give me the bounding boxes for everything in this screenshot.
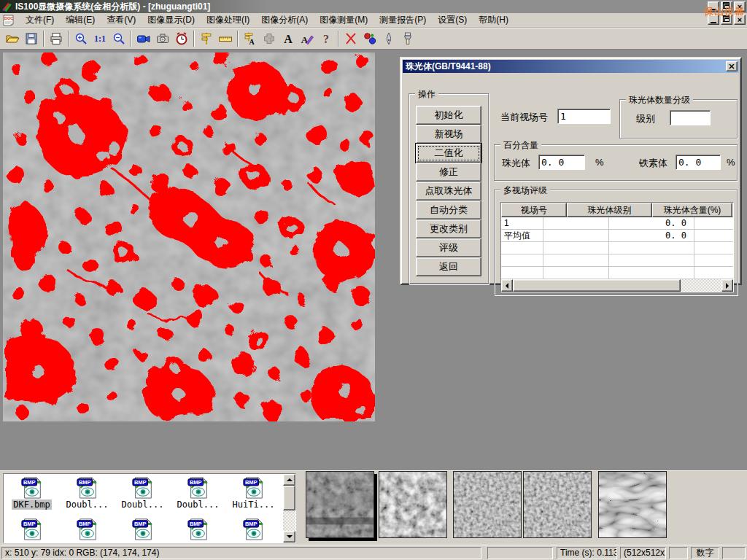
table-header-cell[interactable]: 视场号 bbox=[501, 203, 567, 217]
file-item[interactable] bbox=[115, 517, 170, 540]
operation-button[interactable]: 更改类别 bbox=[416, 219, 481, 238]
file-item[interactable]: Doubl... bbox=[60, 475, 115, 510]
cell-pearlite-content: 0. 0 bbox=[608, 230, 694, 242]
table-header-cell[interactable]: 珠光体含量(%) bbox=[652, 203, 732, 217]
brush-button[interactable] bbox=[398, 30, 417, 48]
scroll-down-button[interactable] bbox=[283, 531, 295, 542]
zoom-out-button[interactable] bbox=[109, 30, 128, 48]
menu-item[interactable]: 设置(S) bbox=[432, 12, 473, 28]
menu-item[interactable]: 测量报告(P) bbox=[374, 12, 432, 28]
timer-button[interactable] bbox=[172, 30, 191, 48]
mdi-close-button[interactable]: × bbox=[734, 15, 746, 25]
bmp-file-icon bbox=[20, 475, 44, 499]
ruler-button[interactable] bbox=[216, 30, 235, 48]
current-field-input[interactable] bbox=[557, 109, 611, 124]
save-icon bbox=[24, 31, 39, 46]
dialog-close-button[interactable] bbox=[726, 61, 738, 71]
photo-capture-button[interactable] bbox=[153, 30, 172, 48]
annotate-button[interactable]: A bbox=[298, 30, 317, 48]
file-vertical-scrollbar[interactable] bbox=[283, 474, 295, 542]
thumbnail-1[interactable] bbox=[306, 471, 374, 538]
file-item[interactable] bbox=[4, 517, 59, 540]
file-item[interactable]: Doubl... bbox=[171, 475, 225, 510]
scroll-left-button[interactable] bbox=[501, 279, 513, 292]
open-button[interactable] bbox=[3, 30, 22, 48]
thumbnail-3[interactable] bbox=[453, 471, 522, 538]
menu-item[interactable]: 查看(V) bbox=[101, 12, 142, 28]
window-controls: × bbox=[708, 1, 746, 12]
file-item[interactable] bbox=[171, 517, 225, 540]
pen-button[interactable] bbox=[379, 30, 398, 48]
file-item[interactable]: DKF.bmp bbox=[4, 475, 59, 510]
file-item[interactable] bbox=[60, 517, 115, 540]
thumbnail-5[interactable] bbox=[598, 471, 667, 538]
cross-icon bbox=[262, 31, 276, 46]
dialog-title-bar[interactable]: 珠光体(GB/T9441-88) bbox=[403, 60, 739, 73]
table-row[interactable]: 平均值 0. 0 bbox=[501, 230, 733, 242]
minimize-button[interactable] bbox=[708, 1, 719, 12]
zoom-in-icon bbox=[74, 31, 88, 46]
menu-item[interactable]: 文件(F) bbox=[20, 12, 60, 28]
operation-button[interactable]: 点取珠光体 bbox=[416, 182, 481, 201]
video-capture-button[interactable] bbox=[134, 30, 153, 48]
help-button[interactable]: ? bbox=[317, 30, 336, 48]
operation-button[interactable]: 评级 bbox=[416, 238, 481, 257]
menu-item[interactable]: 图像处理(I) bbox=[201, 12, 255, 28]
table-row[interactable]: 1 0. 0 bbox=[501, 217, 733, 230]
scroll-track[interactable] bbox=[681, 279, 721, 292]
operation-button[interactable]: 二值化 bbox=[416, 144, 481, 163]
file-item[interactable]: Doubl... bbox=[115, 475, 170, 510]
table-horizontal-scrollbar[interactable] bbox=[501, 279, 733, 292]
measure-text-button[interactable]: A bbox=[241, 30, 260, 48]
ferrite-unit: % bbox=[727, 157, 735, 168]
actual-size-button[interactable]: 1:1 bbox=[90, 30, 109, 48]
classify-button[interactable] bbox=[360, 30, 379, 48]
save-button[interactable] bbox=[22, 30, 41, 48]
scroll-thumb[interactable] bbox=[513, 279, 681, 292]
zoom-in-button[interactable] bbox=[71, 30, 90, 48]
bmp-file-icon bbox=[241, 517, 266, 540]
close-icon bbox=[729, 64, 735, 69]
text-button[interactable]: A bbox=[279, 30, 298, 48]
scroll-right-button[interactable] bbox=[721, 279, 733, 292]
file-browser[interactable]: DKF.bmp Doubl... Doubl... Doubl. bbox=[3, 473, 296, 543]
restore-button[interactable] bbox=[721, 1, 732, 12]
thumbnail-4[interactable] bbox=[523, 471, 592, 538]
caliper-icon bbox=[199, 31, 214, 46]
menu-item[interactable]: 帮助(H) bbox=[473, 12, 514, 28]
multi-field-table[interactable]: 视场号珠光体级别珠光体含量(%)铁素体含量(%) 1 0. 0 bbox=[500, 202, 734, 292]
file-name: HuiTi... bbox=[231, 499, 276, 510]
menu-item[interactable]: 图像分析(A) bbox=[255, 12, 314, 28]
operation-button[interactable]: 自动分类 bbox=[416, 201, 481, 219]
zoom-out-icon bbox=[112, 31, 126, 46]
scroll-up-button[interactable] bbox=[283, 474, 295, 486]
table-header-cell[interactable]: 珠光体级别 bbox=[567, 203, 652, 217]
curve-erase-button[interactable] bbox=[341, 30, 360, 48]
ferrite-percent-input[interactable] bbox=[676, 155, 721, 170]
menu-item[interactable]: 编辑(E) bbox=[60, 12, 101, 28]
mdi-minimize-button[interactable] bbox=[708, 15, 719, 25]
print-button[interactable] bbox=[47, 30, 66, 48]
operation-button[interactable]: 新视场 bbox=[416, 125, 481, 144]
pearlite-percent-input[interactable] bbox=[538, 155, 585, 170]
table-header-cell[interactable]: 铁素体含量(%) bbox=[732, 203, 734, 217]
pearlite-dialog: 珠光体(GB/T9441-88) 操作 初始化新视场二值化修正点取珠光体自动分类… bbox=[400, 57, 742, 285]
scroll-thumb[interactable] bbox=[283, 486, 295, 510]
thumbnail-1-image bbox=[306, 472, 374, 537]
micrograph-image[interactable] bbox=[3, 52, 375, 421]
workspace: 珠光体(GB/T9441-88) 操作 初始化新视场二值化修正点取珠光体自动分类… bbox=[0, 50, 747, 470]
file-item[interactable]: HuiTi... bbox=[226, 475, 281, 510]
operation-button[interactable]: 修正 bbox=[416, 163, 481, 182]
caliper-button[interactable] bbox=[197, 30, 216, 48]
close-button[interactable]: × bbox=[734, 1, 746, 12]
operation-button[interactable]: 初始化 bbox=[416, 106, 481, 125]
menu-item[interactable]: 图像显示(D) bbox=[142, 12, 201, 28]
thumbnail-2[interactable] bbox=[379, 471, 447, 538]
operation-button[interactable]: 返回 bbox=[416, 257, 481, 276]
merge-button[interactable] bbox=[260, 30, 279, 48]
mdi-restore-button[interactable] bbox=[721, 15, 732, 25]
thumbnail-4-image bbox=[524, 472, 591, 537]
file-item[interactable] bbox=[226, 517, 281, 540]
menu-item[interactable]: 图像测量(M) bbox=[314, 12, 374, 28]
level-input[interactable] bbox=[670, 110, 711, 125]
